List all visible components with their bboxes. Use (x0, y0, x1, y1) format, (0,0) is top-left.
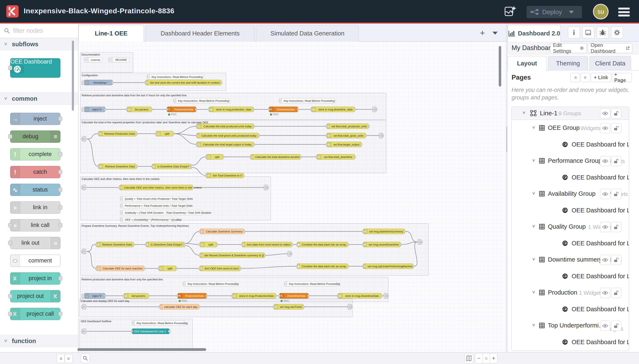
node-split-split[interactable]: ◫split (159, 266, 176, 271)
ai-assistant-icon[interactable] (504, 5, 517, 18)
lock-toggle[interactable] (611, 108, 621, 118)
collapse-all-button[interactable]: » (570, 73, 580, 82)
node-comment-license[interactable]: License (84, 57, 102, 62)
tree-group-oee-group[interactable]: ˅OEE Group1 Widgets (512, 120, 629, 136)
tree-widget-oee-dashboard-for-line-1[interactable]: OEE Dashboard for Line 1 (512, 301, 629, 318)
node-split-split[interactable]: ◫split (156, 131, 173, 136)
debug-tab-button[interactable] (597, 26, 608, 38)
palette-node-link-out[interactable]: link out» (10, 237, 61, 249)
visibility-toggle[interactable] (600, 123, 610, 133)
palette-node-link-call[interactable]: »link call (10, 219, 61, 232)
palette-node-project-in[interactable]: project in (10, 272, 61, 284)
node-change-set-and-store-the-current-line-and-shift-d[interactable]: ⇄Set and store the current line and shif… (145, 80, 221, 85)
node-linkin-linkin[interactable]: » (82, 136, 86, 142)
lock-toggle[interactable] (611, 255, 621, 265)
help-tab-button[interactable] (582, 26, 594, 38)
node-inject-inject[interactable]: →inject ↻ (84, 106, 105, 112)
node-subflow-oee-dashboard-for-line-1[interactable]: OEE Dashboard for Line 1 (132, 328, 169, 334)
inject-button[interactable] (82, 294, 85, 298)
lock-toggle[interactable] (611, 156, 621, 166)
node-calc-calculate-the-total-good-units-produced-to[interactable]: ◫Calculate the total good units produced… (196, 133, 259, 138)
flow-list-caret[interactable] (493, 32, 498, 35)
node-linkout-linkout[interactable]: » (348, 304, 352, 310)
chevron-down-icon[interactable]: ˅ (532, 158, 535, 164)
palette-search[interactable] (0, 24, 78, 38)
node-linkout-linkout[interactable]: » (418, 239, 422, 245)
node-linkout-linkout[interactable]: » (379, 133, 383, 138)
info-tab-button[interactable]: i (568, 26, 580, 38)
deploy-button[interactable]: Deploy (527, 6, 582, 18)
zoom-reset-button[interactable]: ○ (482, 353, 490, 363)
node-comment-key-instructions-read-before-proceeding[interactable]: Key Instructions: Read Before Proceeding (279, 98, 336, 103)
node-tmpl-productiondata[interactable]: ✎ProductionData (167, 106, 196, 112)
node-switch-is-downtime-data-empty[interactable]: ⋔Is Downtime Data Empty? (152, 164, 191, 169)
edit-settings-button[interactable]: Edit Settings (550, 43, 587, 53)
lock-toggle[interactable] (611, 222, 621, 232)
node-change-set-flow-total-good-units[interactable]: ⇄set flow.total_good_units (327, 133, 366, 138)
lock-toggle[interactable] (611, 123, 621, 133)
palette-node-status[interactable]: ∿status (10, 184, 61, 196)
node-linkout-linkout[interactable]: » (287, 251, 292, 256)
expand-all-button[interactable]: » (581, 73, 590, 82)
tab-dashboard-2-0[interactable]: Dashboard 2.0 (508, 25, 561, 42)
node-change-set-flow-total-downtime[interactable]: ⇄set flow.total_downtime (316, 154, 355, 160)
panel-splitter[interactable] (506, 24, 507, 352)
node-func-calculate-downtime-summery[interactable]: ƒCalculate Downtime Summery (200, 229, 244, 234)
node-change-store-in-msg-production-data[interactable]: ⇄store in msg.production_data (209, 106, 253, 112)
chevron-down-icon[interactable]: ˅ (532, 191, 535, 196)
chevron-down-icon[interactable]: ˅ (523, 110, 525, 116)
node-change-store-in-msg-productiondata[interactable]: ⇄store in msg.ProductionData (232, 293, 276, 298)
node-change-set-msg-topunderperformingmachines[interactable]: ⇄set msg.topUnderPerformingMachines (363, 264, 413, 269)
node-change-set-msg-oeetrend[interactable]: ⇄set msg.oeeTrend (274, 304, 304, 310)
node-change-retrieve-downtime-data[interactable]: ⇄Retrieve Downtime Data (98, 164, 137, 169)
lock-toggle[interactable] (611, 288, 621, 298)
flow-group-calculate-and-display-oee-for-each-day[interactable]: Calculate and display OEE for each day. (80, 298, 353, 317)
node-linkout-linkout[interactable]: » (372, 106, 377, 112)
tree-group-downtime-summery[interactable]: ˅Downtime summery1 Widgets (512, 252, 629, 268)
palette-node-complete[interactable]: !complete (10, 148, 61, 160)
palette-node-debug[interactable]: debug≡ (10, 130, 61, 143)
node-comment-key-instructions-read-before-proceeding[interactable]: Key Instructions: Read Before Proceeding (173, 98, 230, 103)
node-linkin-linkin[interactable]: » (82, 304, 86, 310)
inject-button[interactable] (82, 81, 85, 85)
node-change-retrieve-downtime-data[interactable]: ⇄Retrieve Downtime Data (96, 242, 134, 247)
deploy-options-caret[interactable] (569, 11, 574, 14)
node-linkout-linkout[interactable]: » (264, 185, 268, 190)
palette-collapse-categories-button[interactable]: » (57, 354, 65, 363)
add-flow-button[interactable]: + (478, 28, 487, 38)
node-comment-key-instructions-read-before-proceeding[interactable]: Key Instructions: Read Before Proceeding (183, 281, 236, 286)
palette-node-project-call[interactable]: project call (10, 308, 61, 320)
node-join-combine-the-data-back-into-an-array[interactable]: ▣Combine the data back into an array. (297, 264, 348, 269)
tree-group-performance-group[interactable]: ˅Performance Group1 Widgets (512, 153, 629, 169)
node-tmpl-productiondata[interactable]: ✎ProductionData (177, 293, 207, 298)
tree-group-production[interactable]: ˅Production1 Widgets (512, 284, 629, 301)
zoom-in-button[interactable]: + (490, 353, 497, 363)
node-calc-calculate-the-total-produced-units-today[interactable]: ◫Calculate the total produced units toda… (196, 124, 254, 129)
tree-group-top-underperformi[interactable]: ˅Top Underperformi…1 Widgets (512, 318, 629, 334)
node-sort-sort-oee-from-worst-to-best[interactable]: ⇅Sort OEE from worst to best (199, 266, 240, 271)
node-split-split[interactable]: ◫split (200, 242, 217, 247)
canvas-search-button[interactable] (81, 354, 90, 363)
tree-widget-oee-dashboard-for-line-1[interactable]: OEE Dashboard for Line 1 (512, 169, 629, 186)
node-linkin-linkin[interactable]: » (82, 328, 86, 334)
canvas-hscrollbar[interactable] (77, 348, 206, 351)
node-join-combine-the-data-back-into-an-array[interactable]: ▣Combine the data back into an array. (297, 242, 348, 247)
node-comment-performance-total-produced-units-total-tar[interactable]: Performance = Total Produced Units / Tot… (120, 203, 187, 208)
node-sort-sort-data-from-most-recent-to-oldest[interactable]: ⇅Sort data from most recent to oldest (242, 242, 292, 247)
node-change-retrieve-production-data[interactable]: ⇄Retrieve Production Data (98, 131, 137, 136)
flow-canvas[interactable]: DocumentationConfigurationRetrieve produ… (78, 42, 506, 352)
palette-category-common[interactable]: ˅common (0, 92, 78, 105)
palette-category-subflows[interactable]: ˅subflows (0, 38, 78, 50)
node-change-set-flow-total-produced-units[interactable]: ⇄set flow.total_produced_units (327, 124, 369, 129)
user-avatar[interactable]: su (593, 4, 608, 20)
palette-node-link-in[interactable]: »link in (10, 202, 61, 214)
flow-group-documentation[interactable]: Documentation (80, 52, 133, 73)
node-calc-calculate-the-total-target-output-of-today[interactable]: ◫Calculate the total target output of to… (196, 142, 254, 147)
tree-widget-oee-dashboard-for-line-1[interactable]: OEE Dashboard for Line 1 (512, 235, 629, 252)
zoom-out-button[interactable]: − (475, 353, 483, 363)
chevron-down-icon[interactable]: ˅ (532, 125, 535, 130)
tree-widget-oee-dashboard-for-line-1[interactable]: OEE Dashboard for Line 1 (512, 202, 629, 219)
tab-dashboard-header-elements[interactable]: Dashboard Header Elements (145, 25, 255, 42)
config-tab-button[interactable] (611, 26, 623, 38)
node-switch-is-downtime-data-empty[interactable]: ⋔Is Downtime Data Empty? (146, 242, 184, 247)
